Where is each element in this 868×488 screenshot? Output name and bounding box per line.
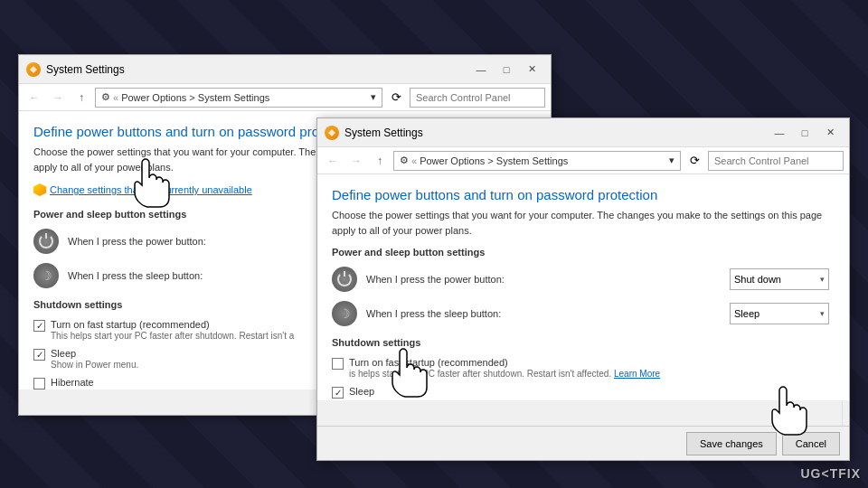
front-save-btn[interactable]: Save changes [686,432,777,455]
front-power-dropdown-arrow: ▾ [820,275,825,284]
back-nav-up[interactable]: ↑ [71,88,91,108]
watermark: UG<TFIX [800,466,861,481]
front-power-btn-row: When I press the power button: Shut down… [332,267,829,292]
front-learn-more-link[interactable]: Learn More [614,369,660,379]
front-nav-forward[interactable]: → [346,151,366,171]
front-sleep-checkbox[interactable] [332,387,344,399]
front-page-title: Define power buttons and turn on passwor… [332,187,829,202]
front-power-dropdown[interactable]: Shut down ▾ [730,268,829,290]
front-shutdown-title: Shutdown settings [332,337,829,348]
front-cancel-btn[interactable]: Cancel [782,432,840,455]
front-breadcrumb-text: Power Options > System Settings [420,155,568,166]
back-sleep-desc: Show in Power menu. [51,360,138,370]
back-minimize-btn[interactable]: — [469,61,493,79]
front-sleep-dropdown[interactable]: Sleep ▾ [730,303,829,324]
front-breadcrumb: ⚙ « Power Options > System Settings ▾ [393,151,681,171]
front-page-desc: Choose the power settings that you want … [332,208,829,238]
front-nav-back[interactable]: ← [323,151,343,171]
back-title-bar: System Settings — □ ✕ [19,55,551,84]
back-hibernate-label: Hibernate [51,377,138,388]
back-sleep-icon: ☽ [33,263,59,288]
back-nav-forward[interactable]: → [48,88,68,108]
front-sleep-desc: er menu. [349,398,384,400]
front-save-bar: Save changes Cancel [317,426,849,460]
back-refresh-btn[interactable]: ⟳ [386,88,406,108]
front-sleep-btn-row: ☽ When I press the sleep button: Sleep ▾ [332,301,829,326]
back-sleep-label: Sleep [51,348,138,359]
back-fast-startup-desc: This helps start your PC faster after sh… [51,331,294,341]
front-window-title: System Settings [344,127,768,139]
back-breadcrumb-text: Power Options > System Settings [121,92,269,103]
front-search-input[interactable] [708,151,844,171]
front-power-btn-label: When I press the power button: [366,274,721,285]
front-fast-startup-label: Turn on fast startup (recommended) [349,357,660,368]
back-hibernate-checkbox[interactable] [33,378,45,389]
front-maximize-btn[interactable]: □ [793,124,816,142]
front-sleep-label: Sleep [349,386,384,397]
back-shield-icon [33,183,46,196]
back-breadcrumb: ⚙ « Power Options > System Settings ▾ [95,88,382,108]
back-address-bar: ← → ↑ ⚙ « Power Options > System Setting… [19,84,551,111]
back-maximize-btn[interactable]: □ [495,61,518,79]
front-title-controls: — □ ✕ [768,124,842,142]
front-window: System Settings — □ ✕ ← → ↑ ⚙ « Power Op… [316,117,850,461]
back-window-title: System Settings [46,63,469,76]
front-address-bar: ← → ↑ ⚙ « Power Options > System Setting… [317,147,849,174]
front-fast-startup-checkbox[interactable] [332,358,344,370]
back-hibernate-desc: Show in Power menu. [51,389,138,389]
front-sleep-row: Sleep er menu. [332,386,829,400]
back-title-controls: — □ ✕ [469,61,543,79]
front-title-bar: System Settings — □ ✕ [317,118,849,147]
back-sleep-checkbox[interactable] [33,349,45,361]
front-window-icon [325,126,339,140]
front-minimize-btn[interactable]: — [768,124,791,142]
front-sleep-btn-label: When I press the sleep button: [366,308,721,319]
front-power-sleep-section: Power and sleep button settings [332,247,829,258]
front-fast-startup-desc: is helps start your PC faster after shut… [349,369,660,379]
back-fast-startup-checkbox[interactable] [33,320,45,332]
front-refresh-btn[interactable]: ⟳ [684,151,704,171]
front-window-content: Define power buttons and turn on passwor… [317,174,849,400]
back-nav-back[interactable]: ← [24,88,44,108]
back-power-icon [33,229,59,254]
back-search-input[interactable] [410,88,545,108]
back-fast-startup-label: Turn on fast startup (recommended) [51,319,294,330]
front-sleep-icon: ☽ [332,301,357,326]
front-shutdown-section: Shutdown settings Turn on fast startup (… [332,337,829,400]
front-power-icon [332,267,357,292]
back-window-icon [26,62,41,77]
front-sleep-dropdown-arrow: ▾ [820,309,825,318]
front-nav-up[interactable]: ↑ [370,151,390,171]
front-fast-startup-row: Turn on fast startup (recommended) is he… [332,357,829,379]
back-close-btn[interactable]: ✕ [520,61,543,79]
front-close-btn[interactable]: ✕ [818,124,842,142]
